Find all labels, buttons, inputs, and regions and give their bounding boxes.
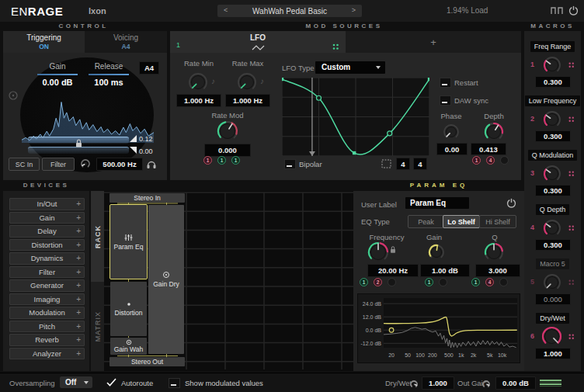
tab-triggering[interactable]: Triggering ON — [3, 31, 85, 53]
macro-assign-icon[interactable] — [568, 61, 575, 68]
rate-max-note-icon[interactable]: ♪ — [260, 77, 264, 85]
add-device-button[interactable]: + — [76, 267, 81, 278]
headphone-icon[interactable] — [146, 158, 157, 169]
device-item-generator[interactable]: Generator+ — [9, 279, 85, 292]
filter-button[interactable]: Filter — [42, 158, 75, 171]
threshold-high-marker[interactable] — [130, 135, 137, 142]
oversampling-dropdown[interactable]: Off — [60, 376, 92, 388]
mod-slot-badge[interactable] — [388, 278, 396, 286]
gain-slider[interactable] — [37, 74, 78, 75]
add-device-button[interactable]: + — [76, 294, 81, 305]
macro-knob[interactable] — [541, 326, 562, 347]
outgain-knob[interactable] — [481, 378, 491, 387]
macro-assign-icon[interactable] — [568, 170, 575, 177]
threshold-low-value[interactable]: 0.00 — [139, 147, 153, 155]
stereo-in-node[interactable]: Stereo In — [110, 193, 185, 203]
show-modulated-label[interactable]: Show modulated values — [185, 379, 263, 387]
autoroute-check-icon[interactable] — [106, 378, 116, 387]
depth-value[interactable]: 0.413 — [471, 143, 506, 155]
add-device-button[interactable]: + — [76, 307, 81, 318]
show-modulated-checkbox[interactable] — [169, 378, 180, 388]
preset-next-button[interactable]: > — [352, 6, 356, 14]
macro-knob[interactable] — [543, 56, 561, 75]
filter-freq-value[interactable]: 500.00 Hz — [96, 158, 143, 171]
macro-assign-icon[interactable] — [568, 116, 575, 123]
rate-mod-knob[interactable] — [217, 120, 238, 142]
mod-slot-badge[interactable]: 4 — [486, 156, 495, 165]
phase-value[interactable]: 0.00 — [436, 143, 468, 155]
restart-checkbox[interactable] — [440, 78, 451, 88]
gain-wah-node[interactable]: Gain Wah — [110, 338, 147, 355]
sc-in-button[interactable]: SC In — [9, 158, 40, 171]
note-button[interactable]: A4 — [139, 61, 159, 75]
rate-min-knob[interactable] — [188, 72, 208, 92]
device-item-filter[interactable]: Filter+ — [9, 266, 85, 279]
lock-icon[interactable] — [75, 138, 82, 148]
autoroute-label[interactable]: Autoroute — [121, 379, 153, 387]
lfo-tab[interactable]: 1 LFO — [170, 31, 346, 53]
filter-freq-knob[interactable] — [80, 158, 91, 169]
drywet-knob[interactable] — [409, 378, 419, 387]
add-mod-source-button[interactable]: + — [430, 36, 436, 48]
macro-assign-icon[interactable] — [568, 279, 575, 286]
rate-max-knob[interactable] — [237, 72, 257, 92]
daw-sync-checkbox[interactable] — [440, 95, 451, 106]
frequency-value[interactable]: 20.00 Hz — [367, 264, 419, 277]
mod-slot-badge[interactable]: 4 — [485, 278, 494, 286]
add-device-button[interactable]: + — [76, 349, 81, 359]
device-item-dynamics[interactable]: Dynamics+ — [9, 252, 85, 265]
mod-slot-badge[interactable] — [439, 278, 447, 286]
device-item-pitch[interactable]: Pitch+ — [9, 321, 85, 333]
mod-routing-icon[interactable] — [332, 43, 339, 50]
eq-response-graph[interactable]: 24.0 dB12.0 dB0.0 dB-12.0 dB205010020050… — [357, 293, 520, 363]
rate-mod-value[interactable]: 0.000 — [204, 144, 251, 157]
macro-value[interactable]: 0.000 — [535, 293, 571, 305]
mod-slot-badge[interactable]: 1 — [471, 278, 480, 286]
mod-slot-badge[interactable]: 1 — [203, 156, 212, 165]
loop-x-value[interactable]: 4 — [396, 158, 410, 170]
threshold-low-marker[interactable] — [130, 147, 137, 154]
macro-assign-icon[interactable] — [568, 333, 575, 340]
tab-voicing[interactable]: Voicing A4 — [85, 31, 167, 53]
mod-slot-badge[interactable]: 2 — [374, 278, 382, 286]
phase-knob[interactable] — [443, 123, 460, 140]
macro-value[interactable]: 0.300 — [535, 185, 571, 196]
device-item-reverb[interactable]: Reverb+ — [9, 334, 85, 346]
macro-value[interactable]: 1.000 — [535, 348, 571, 359]
macro-value[interactable]: 0.300 — [535, 130, 571, 142]
device-item-delay[interactable]: Delay+ — [9, 225, 85, 238]
preset-selector[interactable]: < WahWah Pedal Basic > — [217, 5, 362, 17]
device-power-icon[interactable] — [506, 198, 516, 208]
preset-name[interactable]: WahWah Pedal Basic — [217, 5, 362, 17]
gain-value[interactable]: 0.00 dB — [31, 78, 84, 87]
macro-value[interactable]: 0.300 — [535, 76, 571, 88]
mod-slot-badge[interactable]: 1 — [472, 156, 481, 165]
mod-slot-badge[interactable] — [499, 278, 508, 286]
frequency-lock-icon[interactable] — [390, 245, 396, 254]
mod-slot-badge[interactable]: 1 — [231, 156, 240, 165]
add-device-button[interactable]: + — [76, 335, 81, 345]
macro-assign-icon[interactable] — [568, 224, 575, 231]
eq-gain-knob[interactable] — [428, 244, 445, 261]
q-value[interactable]: 3.000 — [475, 264, 520, 277]
mod-slot-badge[interactable]: 1 — [217, 156, 226, 165]
rate-min-note-icon[interactable]: ♪ — [211, 77, 215, 85]
add-device-button[interactable]: + — [76, 280, 81, 291]
loop-region-icon[interactable] — [381, 159, 391, 168]
eq-type-hi-shelf-button[interactable]: Hi Shelf — [479, 215, 516, 228]
device-item-modulation[interactable]: Modulation+ — [9, 307, 85, 319]
trim-knob-icon[interactable] — [8, 90, 19, 101]
param-eq-node[interactable]: Param Eq — [110, 205, 147, 279]
ab-compare-icon[interactable] — [550, 6, 564, 15]
macro-knob[interactable] — [543, 219, 561, 238]
device-item-in-out[interactable]: In/Out+ — [9, 198, 85, 210]
add-device-button[interactable]: + — [76, 321, 81, 332]
device-item-distortion[interactable]: Distortion+ — [9, 239, 85, 252]
depth-knob[interactable] — [484, 122, 504, 142]
frequency-knob[interactable] — [367, 241, 389, 263]
drywet-value[interactable]: 1.000 — [422, 376, 454, 390]
macro-value[interactable]: 0.300 — [535, 239, 571, 251]
threshold-high-value[interactable]: 0.12 — [139, 135, 153, 143]
mod-slot-badge[interactable]: 1 — [360, 278, 368, 286]
device-item-imaging[interactable]: Imaging+ — [9, 293, 85, 306]
